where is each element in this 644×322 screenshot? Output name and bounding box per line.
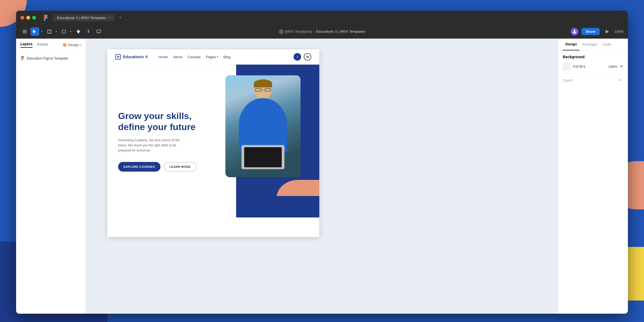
svg-rect-7 [62,30,65,33]
design-frame: Educationic X Home About Courses Pages ▾… [107,49,319,237]
pen-tool[interactable] [74,27,83,36]
svg-rect-5 [47,30,51,30]
svg-rect-4 [51,30,51,34]
design-selector[interactable]: 🎨 Design ▾ [63,43,81,47]
explore-courses-button[interactable]: EXPLORE COURSES [118,162,160,172]
divider [563,73,624,74]
bg-opacity[interactable]: 100% [604,65,617,69]
svg-point-9 [280,31,282,32]
photo-background [225,75,301,177]
tab-design[interactable]: Design [563,39,580,50]
design-navbar: Educationic X Home About Courses Pages ▾… [107,49,319,65]
select-tool[interactable] [31,27,39,36]
svg-point-10 [574,30,575,32]
hero-subtitle: Presenting Academy, the tech school of t… [118,138,188,153]
add-export-button[interactable]: + [617,77,624,83]
select-tool-dropdown[interactable]: ▾ [40,27,43,36]
design-logo: Educationic X [115,54,148,60]
right-sidebar: Design Prototype Code Background F1F3F3 … [558,39,628,314]
nav-pages[interactable]: Pages ▾ [206,55,218,59]
tab-code[interactable]: Code [600,39,614,50]
nav-blog[interactable]: Blog [224,55,230,59]
maximize-button[interactable] [32,16,36,20]
design-label: Design [68,43,79,47]
design-nav-icons: i 🛍 [294,53,311,61]
design-hero: Grow your skills, define your future Pre… [107,65,319,217]
nav-courses[interactable]: Courses [188,55,200,59]
shape-tool-dropdown[interactable]: ▾ [69,27,72,36]
breadcrumb-file: Educationic X | BRIX Templates [316,29,365,34]
play-button[interactable] [603,27,612,36]
svg-rect-2 [23,33,27,33]
bg-color-hex[interactable]: F1F3F3 [573,65,601,69]
breadcrumb-org: [BRIX Templates] [285,29,312,34]
toolbar-left: ▾ ▾ ▾ [20,27,170,36]
hero-right [220,65,319,217]
user-avatar [571,28,578,35]
shape-tool[interactable] [60,27,68,36]
share-button[interactable]: Share [581,28,600,35]
close-button[interactable] [20,16,24,20]
nav-about[interactable]: About [173,55,182,59]
svg-point-8 [279,30,283,34]
minimize-button[interactable] [26,16,30,20]
title-bar: Educationic X | BRIX Templates ✕ + [16,11,628,25]
right-sidebar-content: Background F1F3F3 100% 👁 Export + [558,50,628,88]
toolbar-right: Share 100% [474,27,624,36]
sidebar-tabs: Layers Assets 🎨 Design ▾ [16,39,86,51]
bg-color-swatch[interactable] [563,63,570,70]
tab-prototype[interactable]: Prototype [580,39,600,50]
export-row: Export + [563,77,624,83]
figma-logo-icon [42,14,49,21]
frame-tool-dropdown[interactable]: ▾ [54,27,58,36]
learn-more-button[interactable]: LEARN MORE [164,162,197,172]
svg-rect-1 [23,31,27,32]
toolbar-center: [BRIX Templates] / Educationic X | BRIX … [172,29,472,34]
sidebar-content: Education Figma Template [16,51,86,65]
hero-left: Grow your skills, define your future Pre… [107,65,220,217]
active-tab[interactable]: Educationic X | BRIX Templates ✕ [53,14,115,21]
frame-tool-group: ▾ [45,27,58,36]
select-tool-group: ▾ [31,27,43,36]
breadcrumb-sep: / [313,29,314,34]
tab-label: Educationic X | BRIX Templates [57,16,106,20]
tab-layers[interactable]: Layers [20,42,32,48]
new-tab-button[interactable]: + [119,15,122,21]
design-nav-links: Home About Courses Pages ▾ Blog [159,55,230,59]
svg-rect-3 [47,30,48,34]
hero-buttons: EXPLORE COURSES LEARN MORE [118,162,209,172]
nav-home[interactable]: Home [159,55,168,59]
frame-tool[interactable] [45,27,54,36]
tab-close-icon[interactable]: ✕ [108,16,111,20]
nav-cart-icon[interactable]: 🛍 [304,53,311,61]
tab-assets[interactable]: Assets [37,42,48,47]
text-tool[interactable]: T [84,27,93,36]
list-item[interactable]: Education Figma Template [18,54,83,62]
logo-text: Educationic X [123,55,148,59]
hero-blue-bottom [236,196,319,217]
toolbar: ▾ ▾ ▾ [16,25,628,39]
figma-logo-small [20,56,25,60]
hero-person-image [225,75,301,177]
shape-tool-group: ▾ [60,27,72,36]
left-sidebar: Layers Assets 🎨 Design ▾ [16,39,86,314]
hero-title: Grow your skills, define your future [118,110,209,132]
right-sidebar-tabs: Design Prototype Code [558,39,628,50]
svg-rect-6 [47,33,51,34]
background-color-row: F1F3F3 100% 👁 [563,63,624,70]
app-window: Educationic X | BRIX Templates ✕ + ▾ [16,11,628,314]
main-layout: Layers Assets 🎨 Design ▾ [16,39,628,314]
visibility-toggle-icon[interactable]: 👁 [620,64,624,69]
export-label: Export [563,78,573,82]
svg-rect-0 [23,30,27,31]
traffic-lights [20,16,36,20]
menu-button[interactable] [20,27,29,36]
layer-label: Education Figma Template [27,56,68,60]
canvas-area[interactable]: Educationic X Home About Courses Pages ▾… [86,39,558,314]
background-section-header: Background [563,55,624,59]
nav-info-icon[interactable]: i [294,53,301,61]
comment-tool[interactable] [94,27,103,36]
breadcrumb: [BRIX Templates] / Educationic X | BRIX … [279,29,365,34]
zoom-level[interactable]: 100% [615,29,624,34]
